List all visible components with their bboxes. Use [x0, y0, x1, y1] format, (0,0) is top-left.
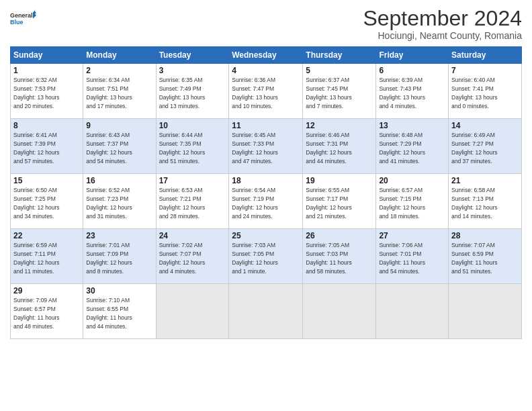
table-row: 15Sunrise: 6:50 AMSunset: 7:25 PMDayligh… — [11, 174, 83, 229]
day-info: Sunrise: 6:43 AMSunset: 7:37 PMDaylight:… — [86, 132, 132, 165]
day-info: Sunrise: 6:55 AMSunset: 7:17 PMDaylight:… — [306, 187, 352, 220]
day-number: 15 — [13, 176, 80, 185]
day-info: Sunrise: 6:34 AMSunset: 7:51 PMDaylight:… — [86, 77, 132, 109]
table-row: 24Sunrise: 7:02 AMSunset: 7:07 PMDayligh… — [156, 229, 229, 284]
day-number: 25 — [232, 231, 300, 240]
calendar-row: 29Sunrise: 7:09 AMSunset: 6:57 PMDayligh… — [11, 284, 522, 339]
svg-text:Blue: Blue — [10, 19, 24, 26]
table-row: 29Sunrise: 7:09 AMSunset: 6:57 PMDayligh… — [11, 284, 83, 339]
day-number: 13 — [379, 121, 445, 130]
day-number: 5 — [306, 66, 373, 75]
day-info: Sunrise: 6:45 AMSunset: 7:33 PMDaylight:… — [232, 132, 278, 165]
day-info: Sunrise: 6:41 AMSunset: 7:39 PMDaylight:… — [13, 132, 60, 165]
calendar-table: Sunday Monday Tuesday Wednesday Thursday… — [10, 46, 522, 339]
table-row: 18Sunrise: 6:54 AMSunset: 7:19 PMDayligh… — [229, 174, 303, 229]
day-info: Sunrise: 6:39 AMSunset: 7:43 PMDaylight:… — [379, 77, 425, 109]
month-title: September 2024 — [363, 7, 522, 30]
day-info: Sunrise: 6:48 AMSunset: 7:29 PMDaylight:… — [379, 132, 425, 165]
table-row: 11Sunrise: 6:45 AMSunset: 7:33 PMDayligh… — [229, 119, 303, 174]
day-number: 16 — [86, 176, 152, 185]
table-row: 12Sunrise: 6:46 AMSunset: 7:31 PMDayligh… — [303, 119, 376, 174]
day-number: 6 — [379, 66, 445, 75]
calendar-row: 15Sunrise: 6:50 AMSunset: 7:25 PMDayligh… — [11, 174, 522, 229]
day-info: Sunrise: 6:53 AMSunset: 7:21 PMDaylight:… — [159, 187, 206, 220]
day-number: 8 — [13, 121, 80, 130]
table-row: 3Sunrise: 6:35 AMSunset: 7:49 PMDaylight… — [156, 64, 229, 119]
table-row: 13Sunrise: 6:48 AMSunset: 7:29 PMDayligh… — [376, 119, 449, 174]
day-info: Sunrise: 6:36 AMSunset: 7:47 PMDaylight:… — [232, 77, 278, 109]
col-monday: Monday — [83, 47, 156, 64]
table-row: 10Sunrise: 6:44 AMSunset: 7:35 PMDayligh… — [156, 119, 229, 174]
header: General Blue September 2024 Hociungi, Ne… — [10, 7, 522, 41]
table-row — [229, 284, 303, 339]
day-info: Sunrise: 6:58 AMSunset: 7:13 PMDaylight:… — [451, 187, 498, 220]
table-row: 26Sunrise: 7:05 AMSunset: 7:03 PMDayligh… — [303, 229, 376, 284]
table-row: 22Sunrise: 6:59 AMSunset: 7:11 PMDayligh… — [11, 229, 83, 284]
table-row: 17Sunrise: 6:53 AMSunset: 7:21 PMDayligh… — [156, 174, 229, 229]
table-row: 23Sunrise: 7:01 AMSunset: 7:09 PMDayligh… — [83, 229, 156, 284]
day-info: Sunrise: 7:10 AMSunset: 6:55 PMDaylight:… — [86, 297, 132, 330]
day-info: Sunrise: 6:32 AMSunset: 7:53 PMDaylight:… — [13, 77, 60, 109]
table-row: 14Sunrise: 6:49 AMSunset: 7:27 PMDayligh… — [449, 119, 522, 174]
table-row: 21Sunrise: 6:58 AMSunset: 7:13 PMDayligh… — [449, 174, 522, 229]
table-row — [376, 284, 449, 339]
day-info: Sunrise: 6:44 AMSunset: 7:35 PMDaylight:… — [159, 132, 206, 165]
day-number: 11 — [232, 121, 300, 130]
table-row: 30Sunrise: 7:10 AMSunset: 6:55 PMDayligh… — [83, 284, 156, 339]
day-info: Sunrise: 6:59 AMSunset: 7:11 PMDaylight:… — [13, 242, 60, 275]
table-row — [156, 284, 229, 339]
day-number: 23 — [86, 231, 152, 240]
day-number: 27 — [379, 231, 445, 240]
day-number: 24 — [159, 231, 226, 240]
day-number: 2 — [86, 66, 152, 75]
day-number: 28 — [451, 231, 519, 240]
header-row: Sunday Monday Tuesday Wednesday Thursday… — [11, 47, 522, 64]
day-number: 22 — [13, 231, 80, 240]
col-friday: Friday — [376, 47, 449, 64]
table-row: 8Sunrise: 6:41 AMSunset: 7:39 PMDaylight… — [11, 119, 83, 174]
table-row — [303, 284, 376, 339]
col-saturday: Saturday — [449, 47, 522, 64]
day-number: 3 — [159, 66, 226, 75]
day-info: Sunrise: 7:07 AMSunset: 6:59 PMDaylight:… — [451, 242, 498, 275]
calendar-row: 1Sunrise: 6:32 AMSunset: 7:53 PMDaylight… — [11, 64, 522, 119]
day-info: Sunrise: 6:52 AMSunset: 7:23 PMDaylight:… — [86, 187, 132, 220]
day-number: 4 — [232, 66, 300, 75]
day-number: 29 — [13, 286, 80, 295]
day-info: Sunrise: 6:37 AMSunset: 7:45 PMDaylight:… — [306, 77, 352, 109]
table-row: 19Sunrise: 6:55 AMSunset: 7:17 PMDayligh… — [303, 174, 376, 229]
day-info: Sunrise: 7:09 AMSunset: 6:57 PMDaylight:… — [13, 297, 60, 330]
title-block: September 2024 Hociungi, Neamt County, R… — [363, 7, 522, 41]
table-row: 1Sunrise: 6:32 AMSunset: 7:53 PMDaylight… — [11, 64, 83, 119]
page: General Blue September 2024 Hociungi, Ne… — [0, 0, 532, 411]
table-row: 27Sunrise: 7:06 AMSunset: 7:01 PMDayligh… — [376, 229, 449, 284]
table-row: 2Sunrise: 6:34 AMSunset: 7:51 PMDaylight… — [83, 64, 156, 119]
calendar-row: 22Sunrise: 6:59 AMSunset: 7:11 PMDayligh… — [11, 229, 522, 284]
day-number: 14 — [451, 121, 519, 130]
day-number: 26 — [306, 231, 373, 240]
table-row — [449, 284, 522, 339]
day-info: Sunrise: 7:01 AMSunset: 7:09 PMDaylight:… — [86, 242, 132, 275]
day-number: 21 — [451, 176, 519, 185]
day-info: Sunrise: 6:46 AMSunset: 7:31 PMDaylight:… — [306, 132, 352, 165]
day-number: 17 — [159, 176, 226, 185]
table-row: 6Sunrise: 6:39 AMSunset: 7:43 PMDaylight… — [376, 64, 449, 119]
day-number: 12 — [306, 121, 373, 130]
day-info: Sunrise: 7:05 AMSunset: 7:03 PMDaylight:… — [306, 242, 352, 275]
location-subtitle: Hociungi, Neamt County, Romania — [363, 30, 522, 41]
table-row: 28Sunrise: 7:07 AMSunset: 6:59 PMDayligh… — [449, 229, 522, 284]
table-row: 9Sunrise: 6:43 AMSunset: 7:37 PMDaylight… — [83, 119, 156, 174]
day-info: Sunrise: 6:35 AMSunset: 7:49 PMDaylight:… — [159, 77, 206, 109]
col-tuesday: Tuesday — [156, 47, 229, 64]
day-info: Sunrise: 6:40 AMSunset: 7:41 PMDaylight:… — [451, 77, 498, 109]
day-number: 10 — [159, 121, 226, 130]
logo-svg: General Blue — [10, 9, 37, 30]
table-row: 25Sunrise: 7:03 AMSunset: 7:05 PMDayligh… — [229, 229, 303, 284]
day-info: Sunrise: 7:02 AMSunset: 7:07 PMDaylight:… — [159, 242, 206, 275]
day-info: Sunrise: 6:57 AMSunset: 7:15 PMDaylight:… — [379, 187, 425, 220]
col-thursday: Thursday — [303, 47, 376, 64]
day-number: 18 — [232, 176, 300, 185]
svg-text:General: General — [10, 12, 33, 19]
day-info: Sunrise: 6:50 AMSunset: 7:25 PMDaylight:… — [13, 187, 60, 220]
day-number: 7 — [451, 66, 519, 75]
